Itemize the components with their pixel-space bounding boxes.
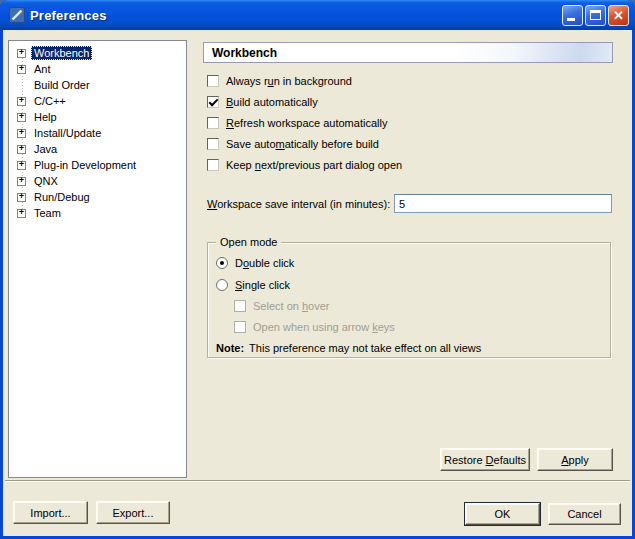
- checkbox-label[interactable]: Save automatically before build: [226, 138, 379, 150]
- tree-item-label: Workbench: [31, 46, 92, 60]
- checkbox-row-keep-dialog-open: Keep next/previous part dialog open: [207, 158, 402, 172]
- tree-item-ant[interactable]: + Ant: [9, 61, 186, 77]
- checkbox-label[interactable]: Always run in background: [226, 75, 352, 87]
- checkbox-label[interactable]: Refresh workspace automatically: [226, 117, 387, 129]
- tree-item-label: Ant: [31, 62, 54, 76]
- window-title: Preferences: [30, 8, 107, 23]
- expand-icon[interactable]: +: [17, 113, 26, 122]
- page-title-text: Workbench: [212, 46, 277, 60]
- tree-item-qnx[interactable]: + QNX: [9, 173, 186, 189]
- close-icon: ✕: [609, 6, 628, 25]
- radio-label[interactable]: Single click: [235, 279, 290, 291]
- checkbox-row-run-in-background: Always run in background: [207, 74, 352, 88]
- titlebar: Preferences ✕: [0, 0, 635, 30]
- checkbox-label: Select on hover: [253, 300, 329, 312]
- tree-item-label: Help: [31, 110, 60, 124]
- minimize-button[interactable]: [562, 5, 583, 26]
- checkbox-refresh-workspace[interactable]: [207, 117, 219, 129]
- import-button[interactable]: Import...: [13, 501, 88, 524]
- tree-item-build-order[interactable]: Build Order: [9, 77, 186, 93]
- checkbox-build-automatically[interactable]: [207, 96, 219, 108]
- tree-item-label: Team: [31, 206, 64, 220]
- apply-button[interactable]: Apply: [537, 448, 613, 471]
- tree-item-c-cpp[interactable]: + C/C++: [9, 93, 186, 109]
- checkbox-open-arrow-keys: [234, 321, 246, 333]
- export-button[interactable]: Export...: [96, 501, 170, 524]
- separator: [5, 480, 630, 482]
- open-mode-group-title: Open mode: [216, 236, 281, 248]
- tree-item-plugin-development[interactable]: + Plug-in Development: [9, 157, 186, 173]
- tree-item-run-debug[interactable]: + Run/Debug: [9, 189, 186, 205]
- tree-item-label: Install/Update: [31, 126, 104, 140]
- radio-label[interactable]: Double click: [235, 257, 294, 269]
- tree-item-label: Run/Debug: [31, 190, 93, 204]
- expand-icon[interactable]: +: [17, 49, 26, 58]
- preferences-tree: + Workbench + Ant Build Order + C/C++ + …: [8, 40, 187, 478]
- save-interval-label: Workspace save interval (in minutes):: [207, 198, 390, 210]
- tree-item-label: Plug-in Development: [31, 158, 139, 172]
- tree-item-workbench[interactable]: + Workbench: [9, 45, 186, 61]
- maximize-button[interactable]: [585, 5, 606, 26]
- tree-item-label: QNX: [31, 174, 61, 188]
- radio-row-single-click: Single click: [216, 278, 290, 292]
- minimize-icon: [567, 18, 575, 21]
- radio-row-double-click: Double click: [216, 256, 294, 270]
- checkbox-label[interactable]: Build automatically: [226, 96, 318, 108]
- tree-item-label: C/C++: [31, 94, 69, 108]
- checkbox-label[interactable]: Keep next/previous part dialog open: [226, 159, 402, 171]
- save-interval-input[interactable]: [394, 194, 612, 213]
- expand-icon[interactable]: +: [17, 177, 26, 186]
- page-title: Workbench: [203, 42, 613, 63]
- tree-item-label: Java: [31, 142, 60, 156]
- tree-item-help[interactable]: + Help: [9, 109, 186, 125]
- dialog-body: + Workbench + Ant Build Order + C/C++ + …: [3, 30, 632, 536]
- checkbox-select-on-hover: [234, 300, 246, 312]
- tree-item-java[interactable]: + Java: [9, 141, 186, 157]
- checkbox-row-build-automatically: Build automatically: [207, 95, 318, 109]
- checkbox-label: Open when using arrow keys: [253, 321, 395, 333]
- note-text: This preference may not take effect on a…: [249, 342, 481, 354]
- expand-icon[interactable]: +: [17, 65, 26, 74]
- checkbox-keep-dialog-open[interactable]: [207, 159, 219, 171]
- ok-button[interactable]: OK: [465, 503, 540, 525]
- expand-icon[interactable]: +: [17, 209, 26, 218]
- radio-single-click[interactable]: [216, 279, 228, 291]
- tree-item-label: Build Order: [31, 78, 93, 92]
- checkbox-row-open-arrow-keys: Open when using arrow keys: [234, 320, 395, 334]
- checkbox-row-refresh-workspace: Refresh workspace automatically: [207, 116, 387, 130]
- checkbox-row-select-on-hover: Select on hover: [234, 299, 329, 313]
- restore-defaults-button[interactable]: Restore Defaults: [440, 448, 530, 471]
- note-label: Note:: [216, 342, 244, 354]
- checkbox-save-before-build[interactable]: [207, 138, 219, 150]
- maximize-icon: [590, 10, 601, 20]
- cancel-button[interactable]: Cancel: [548, 503, 621, 525]
- tree-item-team[interactable]: + Team: [9, 205, 186, 221]
- note-row: Note: This preference may not take effec…: [216, 341, 481, 355]
- preferences-icon: [9, 7, 25, 23]
- expand-icon[interactable]: +: [17, 129, 26, 138]
- expand-icon[interactable]: +: [17, 97, 26, 106]
- preferences-dialog: Preferences ✕ + Workbench + Ant Build Or…: [0, 0, 635, 539]
- radio-double-click[interactable]: [216, 257, 228, 269]
- open-mode-group: Open mode Double click Single click Sele…: [207, 242, 611, 358]
- expand-icon[interactable]: +: [17, 161, 26, 170]
- tree-item-install-update[interactable]: + Install/Update: [9, 125, 186, 141]
- close-button[interactable]: ✕: [608, 5, 629, 26]
- checkbox-run-in-background[interactable]: [207, 75, 219, 87]
- expand-icon[interactable]: +: [17, 193, 26, 202]
- expand-icon[interactable]: +: [17, 145, 26, 154]
- checkbox-row-save-before-build: Save automatically before build: [207, 137, 379, 151]
